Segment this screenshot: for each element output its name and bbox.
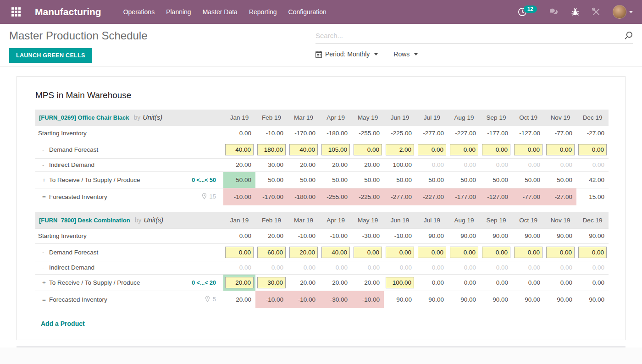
mps-row-indirect: -Indirect Demand20.0030.0020.0020.0020.0… bbox=[35, 158, 609, 171]
tools-button[interactable] bbox=[589, 7, 603, 17]
mps-cell-to_receive bbox=[223, 274, 255, 291]
search-input[interactable] bbox=[315, 32, 624, 39]
mps-cell-demand bbox=[223, 243, 255, 261]
mps-cell-input[interactable] bbox=[257, 277, 286, 288]
mps-cell-input[interactable] bbox=[289, 144, 318, 155]
mps-cell-input[interactable] bbox=[289, 247, 318, 258]
mps-cell-input[interactable] bbox=[514, 247, 542, 258]
mps-cell-input[interactable] bbox=[257, 144, 286, 155]
mps-cell-to_receive: 50.00 bbox=[480, 171, 512, 188]
product-link[interactable]: [FURN_7800] Desk Combination bbox=[39, 217, 130, 224]
app-name[interactable]: Manufacturing bbox=[35, 6, 101, 17]
row-label-text: Indirect Demand bbox=[49, 264, 94, 271]
menu-master-data[interactable]: Master Data bbox=[203, 6, 238, 17]
rows-filter-button[interactable]: Rows bbox=[393, 50, 418, 58]
mps-cell-to_receive: 42.00 bbox=[576, 171, 609, 188]
mps-cell-to_receive: 0.00 bbox=[480, 274, 512, 291]
messages-button[interactable] bbox=[546, 8, 562, 16]
month-header: Apr 19 bbox=[320, 212, 352, 228]
mps-cell-input[interactable] bbox=[225, 277, 254, 288]
mps-cell-demand bbox=[320, 243, 352, 261]
mps-cell-to_receive: 50.00 bbox=[384, 171, 416, 188]
mps-cell-forecasted: -170.00 bbox=[255, 188, 288, 205]
activities-button[interactable]: 12 bbox=[515, 7, 540, 17]
row-meta-indirect bbox=[173, 261, 223, 274]
mps-cell-input[interactable] bbox=[578, 247, 607, 258]
product-link[interactable]: [FURN_0269] Office Chair Black bbox=[39, 114, 129, 121]
mps-cell-input[interactable] bbox=[386, 277, 414, 288]
menu-reporting[interactable]: Reporting bbox=[249, 6, 277, 17]
mps-cell-input[interactable] bbox=[386, 247, 414, 258]
mps-cell-input[interactable] bbox=[514, 144, 542, 155]
product-cell: [FURN_0269] Office Chair BlackbyUnit(s) bbox=[35, 110, 223, 126]
debug-button[interactable] bbox=[568, 8, 582, 17]
month-header: Sep 19 bbox=[480, 110, 512, 126]
mps-cell-to_receive: 20.00 bbox=[352, 274, 384, 291]
mps-cell-input[interactable] bbox=[225, 247, 254, 258]
mps-cell-to_receive: 0.00 bbox=[576, 274, 609, 291]
add-product-link[interactable]: Add a Product bbox=[41, 320, 85, 327]
mps-cell-input[interactable] bbox=[450, 247, 478, 258]
mps-cell-indirect: 0.00 bbox=[448, 158, 480, 171]
mps-cell-input[interactable] bbox=[257, 247, 286, 258]
month-header: Oct 19 bbox=[512, 110, 544, 126]
mps-cell-starting: -225.00 bbox=[384, 126, 416, 141]
mps-cell-forecasted: -277.00 bbox=[384, 188, 416, 205]
mps-cell-forecasted: -10.00 bbox=[255, 291, 288, 308]
mps-cell-input[interactable] bbox=[482, 247, 510, 258]
mps-cell-to_receive: 50.00 bbox=[223, 171, 255, 188]
mps-cell-forecasted: -10.00 bbox=[223, 188, 255, 205]
month-header: Jan 19 bbox=[223, 110, 255, 126]
mps-cell-input[interactable] bbox=[578, 144, 607, 155]
mps-cell-starting: -227.00 bbox=[448, 126, 480, 141]
row-meta-demand bbox=[173, 243, 223, 261]
content-area: MPS in Main Warehouse [FURN_0269] Office… bbox=[0, 66, 642, 347]
user-menu[interactable] bbox=[610, 5, 636, 19]
mps-cell-forecasted: -27.00 bbox=[544, 188, 576, 205]
launch-green-cells-button[interactable]: LAUNCH GREEN CELLS bbox=[9, 48, 92, 63]
mps-cell-input[interactable] bbox=[225, 144, 254, 155]
mps-cell-input[interactable] bbox=[546, 144, 575, 155]
mps-cell-input[interactable] bbox=[418, 144, 446, 155]
mps-cell-input[interactable] bbox=[354, 144, 382, 155]
mps-cell-input[interactable] bbox=[450, 144, 478, 155]
search-icon[interactable] bbox=[624, 31, 633, 40]
apps-grid-icon[interactable] bbox=[11, 7, 21, 17]
row-label-text: Starting Inventory bbox=[38, 232, 87, 239]
menu-planning[interactable]: Planning bbox=[166, 6, 191, 17]
menu-configuration[interactable]: Configuration bbox=[288, 6, 327, 17]
mps-cell-demand bbox=[544, 243, 576, 261]
mps-cell-indirect: 0.00 bbox=[576, 261, 609, 274]
menu-operations[interactable]: Operations bbox=[123, 6, 155, 17]
mps-cell-indirect: 20.00 bbox=[352, 158, 384, 171]
period-filter-button[interactable]: Period: Monthly bbox=[315, 50, 378, 58]
month-header: Aug 19 bbox=[448, 212, 480, 228]
mps-cell-demand bbox=[544, 141, 576, 158]
mps-row-to_receive: +To Receive / To Supply / Produce0 <...<… bbox=[35, 171, 609, 188]
mps-cell-indirect: 0.00 bbox=[416, 158, 448, 171]
nav-menu: Operations Planning Master Data Reportin… bbox=[123, 6, 327, 17]
mps-cell-starting: 90.00 bbox=[480, 228, 512, 243]
month-header: Sep 19 bbox=[480, 212, 512, 228]
mps-cell-forecasted: 90.00 bbox=[416, 291, 448, 308]
mps-cell-input[interactable] bbox=[482, 144, 510, 155]
mps-cell-input[interactable] bbox=[546, 247, 575, 258]
mps-cell-starting: 90.00 bbox=[416, 228, 448, 243]
mps-cell-demand bbox=[255, 141, 288, 158]
mps-cell-indirect: 0.00 bbox=[320, 261, 352, 274]
mps-cell-input[interactable] bbox=[418, 247, 446, 258]
mps-cell-starting: -177.00 bbox=[480, 126, 512, 141]
mps-cell-starting: -170.00 bbox=[288, 126, 320, 141]
month-header: May 19 bbox=[352, 110, 384, 126]
mps-cell-starting: -77.00 bbox=[544, 126, 576, 141]
row-label-indirect: -Indirect Demand bbox=[35, 261, 173, 274]
mps-cell-demand bbox=[288, 141, 320, 158]
mps-cell-input[interactable] bbox=[386, 144, 414, 155]
mps-cell-starting: -30.00 bbox=[352, 228, 384, 243]
row-label-to_receive: +To Receive / To Supply / Produce bbox=[35, 274, 173, 291]
mps-cell-starting: -277.00 bbox=[416, 126, 448, 141]
mps-cell-input[interactable] bbox=[354, 247, 382, 258]
mps-row-to_receive: +To Receive / To Supply / Produce0 <...<… bbox=[35, 274, 609, 291]
mps-cell-input[interactable] bbox=[321, 247, 350, 258]
mps-cell-input[interactable] bbox=[321, 144, 350, 155]
